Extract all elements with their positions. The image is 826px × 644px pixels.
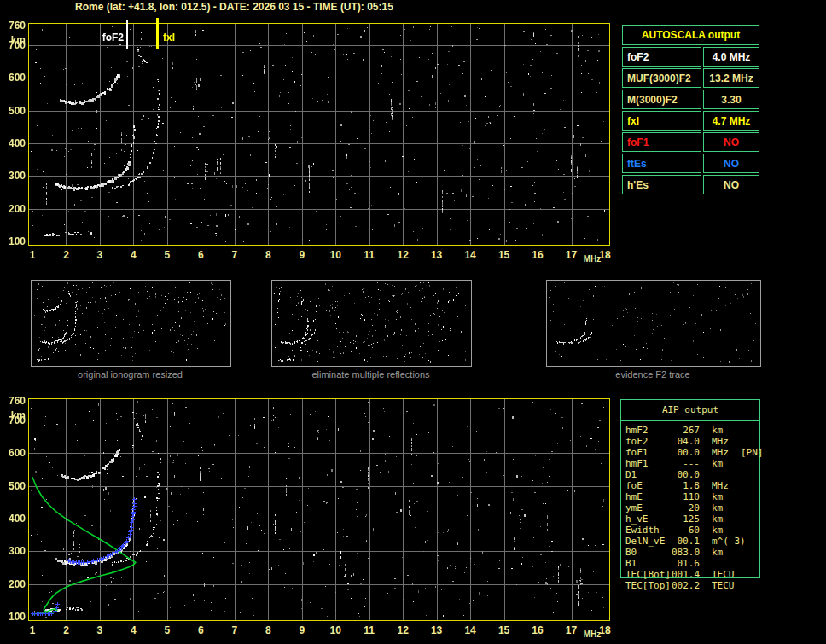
- aip-param-unit: MHz: [712, 436, 741, 447]
- top-x-axis-unit: MHz: [581, 254, 603, 264]
- aip-param-value: 001.4: [672, 569, 700, 580]
- aip-param-value: 1.8: [672, 480, 700, 491]
- bottom-x-axis-label-12: 12: [393, 625, 413, 636]
- aip-row-TEC[Bot]: TEC[Bot]001.4TECU: [625, 569, 764, 580]
- top-x-axis-label-7: 7: [224, 250, 245, 261]
- top-x-axis-label-1: 1: [22, 250, 43, 261]
- param-label: M(3000)F2: [622, 90, 701, 109]
- bottom-ionogram-plot: [28, 398, 610, 621]
- top-ionogram-canvas: [29, 24, 609, 245]
- param-value: NO: [703, 175, 759, 194]
- top-y-axis-unit: km: [1, 35, 26, 46]
- aip-param-note: [PN]: [741, 447, 764, 458]
- aip-row-h_vE: h_vE125km: [625, 513, 764, 525]
- autoscala-header: AUTOSCALA output: [622, 25, 759, 45]
- aip-param-label: D1: [625, 469, 672, 480]
- aip-param-label: B0: [625, 547, 672, 558]
- bottom-x-axis-label-6: 6: [190, 625, 211, 636]
- top-x-axis-label-6: 6: [190, 250, 211, 261]
- aip-param-label: DelN_vE: [625, 536, 672, 547]
- bottom-x-axis-label-17: 17: [561, 625, 582, 636]
- aip-param-value: 00.0: [672, 469, 700, 480]
- top-x-axis-label-5: 5: [157, 250, 177, 261]
- param-value: 3.30: [703, 90, 759, 109]
- autoscala-row-fxI: fxI4.7 MHz: [622, 111, 759, 131]
- panel-caption-eliminate: eliminate multiple reflections: [271, 369, 470, 380]
- fxI-marker-line: [156, 18, 159, 49]
- aip-param-value: 04.0: [672, 436, 700, 447]
- fxI-marker-label: fxI: [163, 32, 175, 44]
- bottom-ionogram-canvas: [29, 399, 609, 620]
- aip-param-value: ---: [672, 458, 700, 469]
- aip-param-unit: km: [712, 458, 741, 469]
- aip-param-label: hmF2: [625, 425, 672, 436]
- param-value: 13.2 MHz: [703, 68, 759, 88]
- aip-param-unit: TECU: [712, 580, 741, 591]
- bottom-x-axis-label-10: 10: [325, 625, 346, 636]
- bottom-x-axis-label-9: 9: [292, 625, 312, 636]
- aip-param-value: 01.6: [672, 558, 700, 569]
- aip-param-label: hmE: [625, 491, 672, 502]
- autoscala-row-ftEs: ftEsNO: [622, 154, 759, 173]
- bottom-y-axis-label-600: 600: [1, 448, 26, 459]
- autoscala-row-foF1: foF1NO: [622, 132, 759, 152]
- top-y-axis-label-500: 500: [1, 106, 26, 117]
- aip-param-value: 125: [672, 513, 700, 525]
- aip-param-label: foE: [625, 480, 672, 491]
- param-label: MUF(3000)F2: [622, 68, 701, 88]
- foF2-marker-line: [126, 20, 128, 49]
- processing-panel-evidence-f2: [546, 280, 761, 367]
- aip-param-unit: km: [712, 502, 741, 513]
- param-value: 4.7 MHz: [703, 111, 759, 131]
- aip-param-label: h_vE: [625, 513, 672, 525]
- aip-rows: hmF2267kmfoF204.0MHzfoF100.0MHz[PN]hmF1-…: [625, 425, 764, 591]
- aip-param-unit: km: [712, 525, 741, 536]
- panel-caption-evidence: evidence F2 trace: [546, 369, 759, 380]
- aip-param-unit: m^(-3): [712, 536, 741, 547]
- aip-param-unit: km: [712, 513, 741, 525]
- aip-param-value: 002.2: [672, 580, 700, 591]
- top-y-axis-label-100: 100: [1, 236, 26, 247]
- bottom-x-axis-label-13: 13: [427, 625, 447, 636]
- aip-row-D1: D100.0: [625, 469, 764, 480]
- aip-param-value: 00.0: [672, 447, 700, 458]
- bottom-x-axis-label-2: 2: [55, 625, 76, 636]
- param-value: 4.0 MHz: [703, 47, 759, 67]
- param-label: foF2: [622, 47, 701, 67]
- panel-eliminate-canvas: [272, 281, 469, 364]
- top-x-axis-label-16: 16: [527, 250, 548, 261]
- autoscala-row-M(3000)F2: M(3000)F23.30: [622, 90, 759, 109]
- aip-row-hmF1: hmF1---km: [625, 458, 764, 469]
- aip-row-foF2: foF204.0MHz: [625, 436, 764, 447]
- bottom-y-axis-unit: km: [1, 410, 26, 421]
- top-x-axis-label-2: 2: [55, 250, 76, 261]
- processing-panel-original: [31, 280, 231, 367]
- aip-row-B0: B0083.0km: [625, 547, 764, 558]
- aip-row-TEC[Top]: TEC[Top]002.2TECU: [625, 580, 764, 591]
- param-value: NO: [703, 132, 759, 152]
- aip-param-unit: TECU: [712, 569, 741, 580]
- bottom-y-axis-label-100: 100: [1, 612, 26, 623]
- autoscala-row-h'Es: h'EsNO: [622, 175, 759, 194]
- autoscala-row-foF2: foF24.0 MHz: [622, 47, 759, 67]
- panel-original-canvas: [32, 281, 229, 364]
- bottom-x-axis-label-11: 11: [359, 625, 380, 636]
- aip-row-hmE: hmE110km: [625, 491, 764, 502]
- top-y-axis-label-600: 600: [1, 73, 26, 84]
- aip-row-foF1: foF100.0MHz[PN]: [625, 447, 764, 458]
- top-x-axis-label-10: 10: [325, 250, 346, 261]
- bottom-x-axis-label-14: 14: [460, 625, 480, 636]
- top-x-axis-label-14: 14: [460, 250, 480, 261]
- top-y-axis-label-760: 760: [1, 20, 26, 32]
- autoscala-table: AUTOSCALA outputfoF24.0 MHzMUF(3000)F213…: [620, 23, 761, 196]
- aip-row-foE: foE1.8MHz: [625, 480, 764, 491]
- aip-param-unit: km: [712, 547, 741, 558]
- aip-param-value: 110: [672, 491, 700, 502]
- top-x-axis-label-3: 3: [90, 250, 110, 261]
- bottom-x-axis-unit: MHz: [581, 629, 603, 639]
- aip-param-label: TEC[Top]: [625, 580, 672, 591]
- bottom-x-axis-label-3: 3: [90, 625, 110, 636]
- aip-param-value: 60: [672, 525, 700, 536]
- bottom-x-axis-label-7: 7: [224, 625, 245, 636]
- bottom-x-axis-label-4: 4: [123, 625, 143, 636]
